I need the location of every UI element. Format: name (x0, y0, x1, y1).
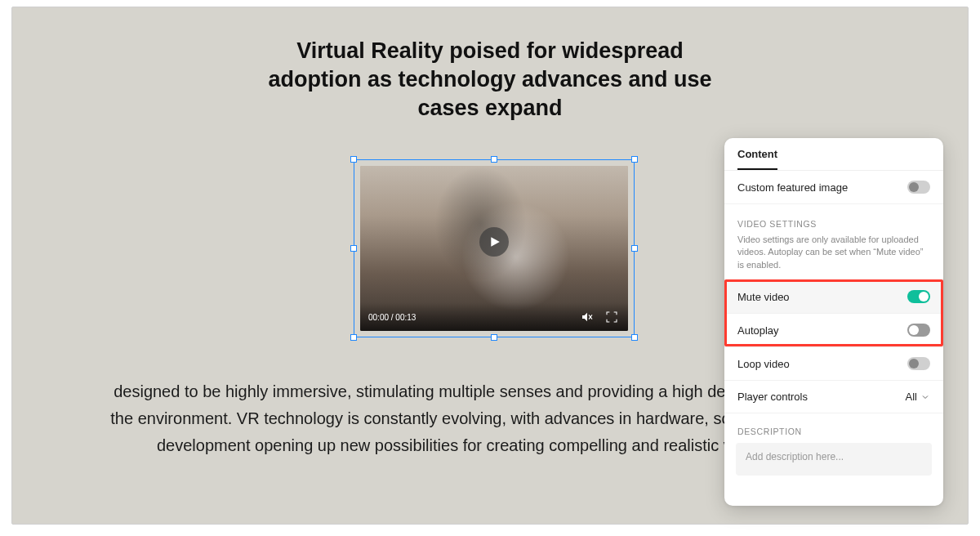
mute-video-label: Mute video (737, 291, 907, 303)
settings-panel: Content Custom featured image VIDEO SETT… (724, 138, 943, 506)
selected-video-block[interactable]: 00:00 / 00:13 (354, 159, 635, 337)
editor-canvas: Virtual Reality poised for widespread ad… (11, 7, 969, 525)
toggle-custom-featured-image[interactable] (907, 181, 930, 194)
resize-handle-top-center[interactable] (491, 156, 497, 163)
title-line-2: adoption as technology advances and use (176, 65, 804, 94)
page-title: Virtual Reality poised for widespread ad… (12, 37, 968, 123)
chevron-down-icon (920, 392, 930, 402)
video-timecode: 00:00 / 00:13 (368, 313, 416, 322)
title-line-3: cases expand (176, 94, 804, 123)
video-control-bar: 00:00 / 00:13 (360, 303, 628, 331)
player-controls-value: All (906, 391, 917, 403)
resize-handle-middle-right[interactable] (631, 245, 638, 252)
resize-handle-bottom-center[interactable] (491, 334, 497, 341)
description-title: DESCRIPTION (724, 413, 943, 443)
row-mute-video: Mute video (724, 280, 943, 314)
row-player-controls[interactable]: Player controls All (724, 381, 943, 413)
tab-content[interactable]: Content (737, 148, 777, 170)
video-settings-help: Video settings are only available for up… (737, 234, 930, 271)
loop-video-label: Loop video (737, 358, 907, 370)
resize-handle-bottom-right[interactable] (631, 334, 638, 341)
panel-tabs: Content (724, 138, 943, 170)
play-button[interactable] (479, 227, 509, 257)
title-line-1: Virtual Reality poised for widespread (176, 37, 804, 65)
description-placeholder: Add description here... (746, 451, 844, 462)
video-settings-title: VIDEO SETTINGS (737, 219, 817, 229)
mute-button[interactable] (579, 309, 595, 325)
video-player[interactable]: 00:00 / 00:13 (360, 166, 628, 331)
play-icon (489, 236, 501, 248)
featured-image-label: Custom featured image (737, 181, 907, 194)
toggle-loop-video[interactable] (907, 357, 930, 370)
resize-handle-top-right[interactable] (631, 156, 638, 163)
resize-handle-middle-left[interactable] (350, 245, 357, 252)
video-settings-group: VIDEO SETTINGS Video settings are only a… (724, 204, 943, 280)
description-input[interactable]: Add description here... (736, 443, 932, 476)
player-controls-label: Player controls (737, 391, 906, 403)
fullscreen-button[interactable] (604, 309, 620, 325)
row-custom-featured-image: Custom featured image (724, 171, 943, 204)
row-autoplay: Autoplay (724, 314, 943, 347)
volume-muted-icon (581, 310, 594, 324)
toggle-autoplay[interactable] (907, 324, 930, 337)
resize-handle-bottom-left[interactable] (350, 334, 357, 341)
row-loop-video: Loop video (724, 347, 943, 381)
resize-handle-top-left[interactable] (350, 156, 357, 163)
autoplay-label: Autoplay (737, 324, 907, 337)
fullscreen-icon (605, 310, 618, 324)
toggle-mute-video[interactable] (907, 290, 930, 303)
